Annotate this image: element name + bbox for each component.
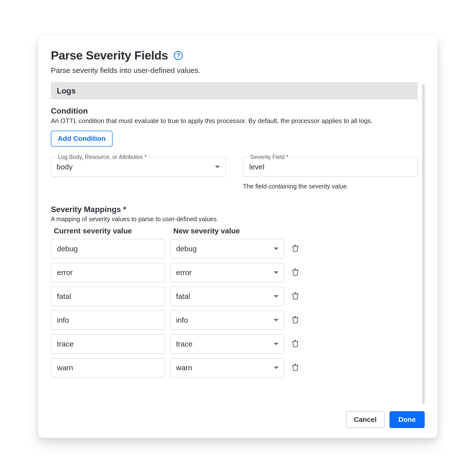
tab-logs[interactable]: Logs [51,86,82,95]
mapping-current-input[interactable] [57,244,159,253]
mapping-row: warn [51,358,418,377]
trash-icon [291,292,299,301]
mapping-current-input-wrap [51,334,165,354]
mapping-current-input[interactable] [57,292,159,301]
add-condition-button[interactable]: Add Condition [51,131,113,147]
chevron-down-icon [274,295,279,298]
mapping-new-value: fatal [176,292,271,301]
severity-field-input[interactable] [249,162,412,171]
mapping-current-input-wrap [51,358,165,377]
scrollbar[interactable] [422,84,425,404]
section-condition: Condition An OTTL condition that must ev… [51,99,418,147]
page-subtitle: Parse severity fields into user-defined … [51,66,425,75]
severity-field-helper: The field containing the severity value. [243,183,418,190]
mapping-new-value: trace [176,340,271,348]
delete-mapping-button[interactable] [290,362,301,373]
delete-mapping-button[interactable] [290,291,301,302]
dialog-footer: Cancel Done [51,406,425,428]
mapping-current-input-wrap [51,287,165,306]
mapping-current-input[interactable] [57,316,159,325]
help-icon[interactable]: ? [174,51,183,60]
condition-description: An OTTL condition that must evaluate to … [51,117,418,125]
chevron-down-icon [274,343,279,345]
delete-mapping-button[interactable] [290,315,301,326]
condition-title: Condition [51,106,418,116]
trash-icon [291,268,299,277]
mapping-new-select[interactable]: error [170,263,284,282]
mapping-new-select[interactable]: info [170,311,284,330]
mapping-current-input[interactable] [57,268,159,277]
severity-field-input-wrap: Severity Field * [243,157,418,177]
mappings-column-new: New severity value [173,225,287,239]
mapping-new-select[interactable]: warn [170,358,284,377]
mapping-new-value: info [176,316,271,324]
source-select-label: Log Body, Resource, or Attributes * [56,154,149,160]
trash-icon [291,340,299,348]
mapping-row: error [51,263,418,282]
trash-icon [291,363,299,372]
chevron-down-icon [274,248,279,250]
mapping-row: debug [51,239,418,258]
delete-mapping-button[interactable] [290,267,301,278]
mapping-new-value: debug [176,245,271,253]
chevron-down-icon [274,319,279,321]
dialog-parse-severity: Parse Severity Fields ? Parse severity f… [38,36,438,438]
mapping-row: fatal [51,287,418,306]
mapping-current-input-wrap [51,311,165,330]
dialog-header: Parse Severity Fields ? Parse severity f… [51,49,425,75]
delete-mapping-button[interactable] [290,339,301,349]
mapping-current-input[interactable] [57,363,159,372]
severity-field-label: Severity Field * [248,154,291,160]
trash-icon [291,316,299,325]
mappings-description: A mapping of severity values to parse to… [51,216,418,223]
mapping-new-select[interactable]: trace [170,334,284,354]
mapping-new-value: error [176,268,271,277]
source-select-value: body [57,163,212,171]
mapping-row: info [51,311,418,330]
mapping-current-input-wrap [51,263,165,282]
mapping-new-select[interactable]: debug [170,239,284,258]
mappings-column-current: Current severity value [54,225,168,239]
trash-icon [291,244,299,253]
chevron-down-icon [274,271,279,274]
source-select[interactable]: Log Body, Resource, or Attributes * body [51,157,226,177]
page-title: Parse Severity Fields [51,49,168,62]
cancel-button[interactable]: Cancel [346,411,385,428]
delete-mapping-button[interactable] [290,243,301,254]
dialog-body-scroll: Logs Condition An OTTL condition that mu… [51,82,425,406]
section-severity-mappings: Severity Mappings * A mapping of severit… [51,205,418,377]
mapping-current-input[interactable] [57,340,159,348]
chevron-down-icon [215,166,220,168]
chevron-down-icon [274,367,279,369]
mapping-current-input-wrap [51,239,165,258]
mapping-new-value: warn [176,364,271,372]
mappings-title: Severity Mappings * [51,205,418,214]
mapping-row: trace [51,334,418,354]
done-button[interactable]: Done [389,411,425,428]
mapping-new-select[interactable]: fatal [170,287,284,306]
tab-bar: Logs [51,82,418,99]
